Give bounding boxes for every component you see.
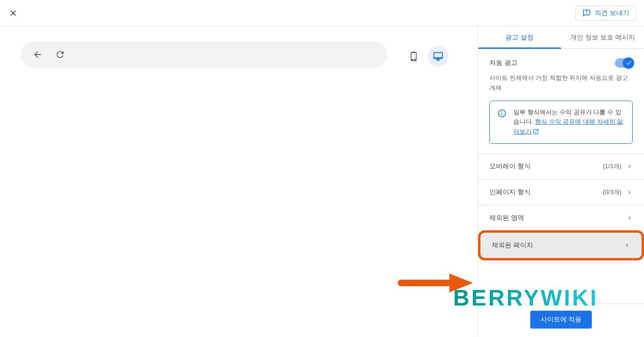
row-count: (0/3개) <box>603 188 621 196</box>
external-link-icon <box>533 128 539 135</box>
arrow-left-icon <box>32 49 43 60</box>
feedback-button[interactable]: 의견 보내기 <box>575 6 636 21</box>
desktop-icon <box>433 51 443 62</box>
svg-rect-0 <box>398 280 452 286</box>
row-label: 제외된 페이지 <box>492 241 533 250</box>
tab-privacy-messages[interactable]: 개인 정보 보호 메시지 <box>561 26 644 48</box>
close-icon <box>8 8 18 18</box>
reload-button[interactable] <box>55 49 66 60</box>
feedback-icon <box>582 9 591 17</box>
row-excluded-areas[interactable]: 제외된 영역 <box>478 205 644 231</box>
settings-tabs: 광고 설정 개인 정보 보호 메시지 <box>478 26 644 49</box>
reload-icon <box>55 49 65 60</box>
auto-ads-label: 자동 광고 <box>489 59 518 67</box>
chevron-right-icon <box>626 215 633 221</box>
watermark: BERRYWIKI <box>453 285 598 311</box>
auto-ads-description: 사이트 전체에서 가장 적합한 위치에 자동으로 광고 게재 <box>489 73 633 93</box>
apply-to-site-button[interactable]: 사이트에 적용 <box>530 311 592 329</box>
back-button[interactable] <box>32 49 43 60</box>
row-overlay-format[interactable]: 오버레이 형식 (1/3개) <box>478 153 644 179</box>
device-desktop-button[interactable] <box>428 46 448 67</box>
row-count: (1/3개) <box>603 162 621 171</box>
feedback-label: 의견 보내기 <box>595 9 629 17</box>
chevron-right-icon <box>626 163 633 170</box>
row-inpage-format[interactable]: 인페이지 형식 (0/3개) <box>478 179 644 205</box>
preview-area <box>0 26 478 337</box>
preview-toolbar <box>21 41 387 68</box>
tab-ad-settings[interactable]: 광고 설정 <box>478 26 561 48</box>
toggle-knob <box>623 57 634 69</box>
phone-icon <box>408 51 419 62</box>
row-label: 인페이지 형식 <box>489 188 531 196</box>
auto-ads-toggle[interactable] <box>615 58 633 68</box>
row-label: 제외된 영역 <box>489 214 524 222</box>
chevron-right-icon <box>624 242 630 249</box>
close-button[interactable] <box>8 8 19 19</box>
svg-marker-1 <box>449 274 473 292</box>
annotation-arrow <box>398 274 473 292</box>
check-icon <box>625 60 632 66</box>
device-mobile-button[interactable] <box>403 46 424 67</box>
info-box: 일부 형식에서는 수익 공유가 다를 수 있습니다. 형식 수익 공유에 대해 … <box>489 101 633 144</box>
info-icon <box>497 109 507 118</box>
row-label: 오버레이 형식 <box>489 162 531 171</box>
chevron-right-icon <box>626 189 633 196</box>
row-excluded-pages[interactable]: 제외된 페이지 <box>478 230 644 260</box>
